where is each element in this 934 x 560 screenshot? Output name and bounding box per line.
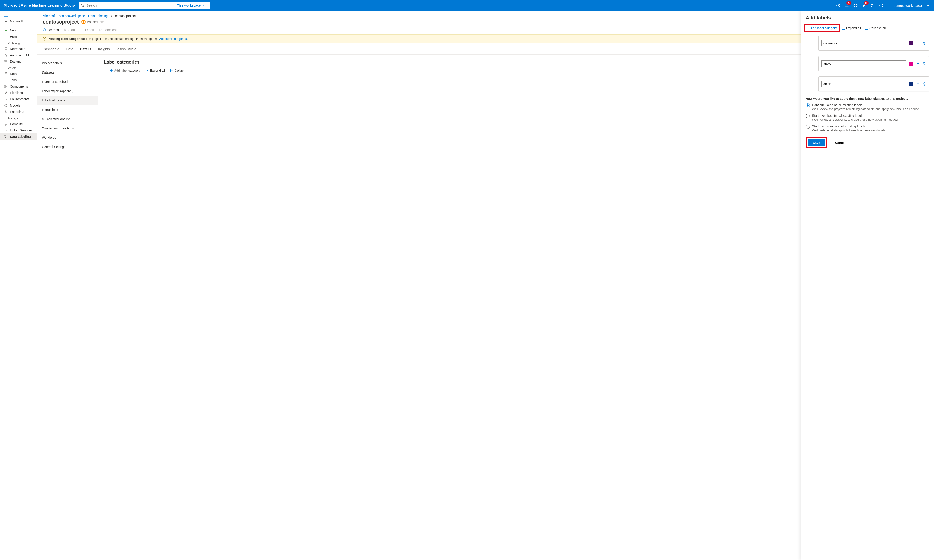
svg-line-1 bbox=[83, 6, 84, 7]
tab-data[interactable]: Data bbox=[66, 45, 73, 54]
search-scope[interactable]: This workspace bbox=[174, 2, 208, 9]
search-box[interactable]: This workspace bbox=[78, 2, 210, 9]
save-button[interactable]: Save bbox=[808, 139, 825, 146]
cmd-refresh[interactable]: Refresh bbox=[43, 28, 59, 32]
sidebar-back[interactable]: Microsoft bbox=[0, 18, 37, 25]
side-tab-quality[interactable]: Quality control settings bbox=[37, 124, 98, 133]
cmd-start[interactable]: Start bbox=[64, 28, 75, 32]
search-input[interactable] bbox=[86, 3, 173, 8]
sidebar-home[interactable]: Home bbox=[0, 34, 37, 40]
label-name-input[interactable] bbox=[821, 81, 906, 87]
sidebar-item-components[interactable]: Components bbox=[0, 83, 37, 89]
sidebar-item-automl[interactable]: Automated ML bbox=[0, 52, 37, 58]
sidebar-item-environments[interactable]: Environments bbox=[0, 96, 37, 102]
cmd-label-data[interactable]: Label data bbox=[99, 28, 118, 32]
sidebar-new[interactable]: New bbox=[0, 27, 37, 34]
side-tab-incremental[interactable]: Incremental refresh bbox=[37, 77, 98, 86]
workspace-switcher[interactable]: contosoworkspace bbox=[894, 4, 922, 8]
radio-option[interactable]: Start over, keeping all existing labelsW… bbox=[806, 114, 929, 121]
svg-rect-14 bbox=[5, 85, 6, 86]
add-child-icon[interactable]: + bbox=[917, 41, 919, 46]
sidebar-item-labeling[interactable]: Data Labeling bbox=[0, 134, 37, 140]
banner-link[interactable]: Add label categories. bbox=[159, 37, 188, 40]
designer-icon bbox=[4, 60, 8, 63]
sidebar-item-jobs[interactable]: Jobs bbox=[0, 77, 37, 83]
tab-insights[interactable]: Insights bbox=[98, 45, 110, 54]
tree-connector bbox=[809, 56, 815, 71]
cancel-button[interactable]: Cancel bbox=[830, 139, 851, 146]
p-action-label: Collapse all bbox=[869, 26, 886, 30]
radio-button[interactable] bbox=[806, 114, 810, 118]
sidebar-item-designer[interactable]: Designer bbox=[0, 58, 37, 65]
side-tab-ml-assist[interactable]: ML assisted labeling bbox=[37, 114, 98, 124]
svg-point-13 bbox=[5, 72, 7, 73]
color-swatch[interactable] bbox=[909, 41, 913, 45]
side-tab-categories[interactable]: Label categories bbox=[37, 96, 98, 105]
add-label-category[interactable]: + Add label category bbox=[110, 68, 140, 73]
workspace-name-label: contosoworkspace bbox=[894, 4, 922, 8]
sidebar-item-endpoints[interactable]: Endpoints bbox=[0, 109, 37, 115]
sidebar-item-compute[interactable]: Compute bbox=[0, 121, 37, 127]
delete-icon[interactable] bbox=[922, 62, 926, 65]
highlight-save: Save bbox=[806, 137, 827, 148]
expand-all[interactable]: + Expand all bbox=[146, 69, 165, 72]
add-child-icon[interactable]: + bbox=[917, 61, 919, 66]
label-name-input[interactable] bbox=[821, 60, 906, 67]
color-swatch[interactable] bbox=[909, 62, 913, 66]
cmd-label: Refresh bbox=[48, 28, 59, 32]
sidebar-item-models[interactable]: Models bbox=[0, 102, 37, 109]
hamburger-icon[interactable] bbox=[0, 12, 37, 18]
favorite-star-icon[interactable]: ☆ bbox=[100, 20, 104, 25]
delete-icon[interactable] bbox=[922, 82, 926, 86]
sidebar-item-pipelines[interactable]: Pipelines bbox=[0, 89, 37, 96]
sidebar-item-notebooks[interactable]: Notebooks bbox=[0, 46, 37, 52]
bell-icon[interactable]: 23 bbox=[845, 3, 849, 8]
delete-icon[interactable] bbox=[922, 42, 926, 45]
sidebar-item-linked[interactable]: Linked Services bbox=[0, 127, 37, 134]
gear-icon[interactable] bbox=[853, 3, 858, 8]
side-tab-export[interactable]: Label export (optional) bbox=[37, 86, 98, 96]
radio-button[interactable] bbox=[806, 103, 810, 108]
panel-collapse-all[interactable]: − Collapse all bbox=[865, 26, 886, 30]
radio-button[interactable] bbox=[806, 125, 810, 129]
side-tab-project-details[interactable]: Project details bbox=[37, 58, 98, 68]
color-swatch[interactable] bbox=[909, 82, 913, 86]
smiley-icon[interactable] bbox=[879, 3, 883, 8]
panel-add-label-category[interactable]: + Add label category bbox=[806, 26, 837, 30]
radio-option[interactable]: Continue, keeping all existing labelsWe'… bbox=[806, 103, 929, 111]
cmd-export[interactable]: Export bbox=[80, 28, 94, 32]
highlight-add-label: + Add label category bbox=[804, 24, 840, 32]
panel-expand-all[interactable]: + Expand all bbox=[842, 26, 861, 30]
command-bar: Refresh Start Export Label data bbox=[37, 27, 934, 34]
clock-icon[interactable] bbox=[836, 3, 840, 8]
radio-option[interactable]: Start over, removing all existing labels… bbox=[806, 125, 929, 132]
collapse-all[interactable]: − Collap bbox=[170, 69, 184, 72]
breadcrumb-item[interactable]: Microsoft bbox=[43, 14, 55, 18]
sidebar-item-data[interactable]: Data bbox=[0, 71, 37, 77]
tab-vision[interactable]: Vision Studio bbox=[117, 45, 136, 54]
models-icon bbox=[4, 104, 8, 107]
label-row: + bbox=[809, 36, 929, 51]
notebook-icon bbox=[4, 47, 8, 51]
notification-badge: 23 bbox=[846, 2, 851, 5]
section-authoring: Authoring bbox=[0, 40, 37, 46]
help-icon[interactable] bbox=[871, 3, 875, 8]
lc-action-label: Collap bbox=[175, 69, 184, 72]
side-tab-general[interactable]: General Settings bbox=[37, 142, 98, 152]
side-tab-workforce[interactable]: Workforce bbox=[37, 133, 98, 142]
radio-desc: We'll review all datapoints and add thes… bbox=[812, 118, 897, 121]
breadcrumb-item[interactable]: contosoworkspace bbox=[59, 14, 85, 18]
tab-details[interactable]: Details bbox=[80, 45, 91, 54]
feedback-icon[interactable]: 14 bbox=[862, 3, 866, 8]
expand-icon: + bbox=[146, 69, 149, 72]
tab-dashboard[interactable]: Dashboard bbox=[43, 45, 59, 54]
add-child-icon[interactable]: + bbox=[917, 82, 919, 87]
p-action-label: Add label category bbox=[811, 26, 837, 30]
svg-rect-15 bbox=[6, 85, 7, 86]
label-name-input[interactable] bbox=[821, 40, 906, 46]
chevron-down-icon[interactable] bbox=[926, 3, 930, 8]
nav-label: Data Labeling bbox=[10, 135, 31, 138]
breadcrumb-item[interactable]: Data Labeling bbox=[88, 14, 108, 18]
side-tab-instructions[interactable]: Instructions bbox=[37, 105, 98, 114]
side-tab-datasets[interactable]: Datasets bbox=[37, 68, 98, 77]
